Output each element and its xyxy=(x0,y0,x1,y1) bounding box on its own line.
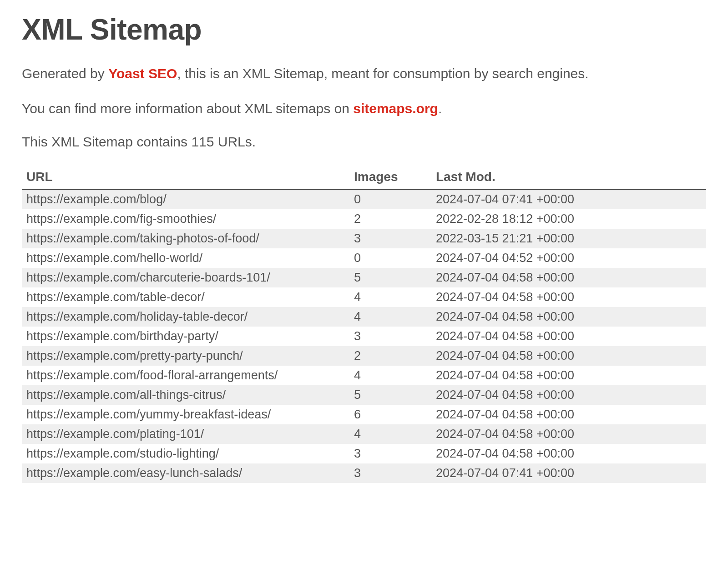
table-row: https://example.com/yummy-breakfast-idea… xyxy=(22,405,706,424)
cell-lastmod: 2024-07-04 04:58 +00:00 xyxy=(431,424,706,444)
moreinfo-prefix: You can find more information about XML … xyxy=(22,101,353,116)
cell-lastmod: 2024-07-04 04:58 +00:00 xyxy=(431,444,706,463)
table-row: https://example.com/studio-lighting/3202… xyxy=(22,444,706,463)
cell-lastmod: 2024-07-04 04:58 +00:00 xyxy=(431,327,706,346)
table-header-row: URL Images Last Mod. xyxy=(22,166,706,189)
cell-lastmod: 2024-07-04 04:52 +00:00 xyxy=(431,248,706,268)
cell-url[interactable]: https://example.com/yummy-breakfast-idea… xyxy=(22,405,349,424)
cell-images: 0 xyxy=(349,189,431,209)
cell-url[interactable]: https://example.com/charcuterie-boards-1… xyxy=(22,268,349,287)
table-row: https://example.com/easy-lunch-salads/32… xyxy=(22,463,706,483)
cell-lastmod: 2024-07-04 04:58 +00:00 xyxy=(431,366,706,385)
cell-lastmod: 2022-03-15 21:21 +00:00 xyxy=(431,229,706,248)
intro-suffix: , this is an XML Sitemap, meant for cons… xyxy=(177,66,588,81)
intro-paragraph: Generated by Yoast SEO, this is an XML S… xyxy=(22,65,706,83)
cell-url[interactable]: https://example.com/plating-101/ xyxy=(22,424,349,444)
cell-images: 3 xyxy=(349,229,431,248)
table-row: https://example.com/charcuterie-boards-1… xyxy=(22,268,706,287)
yoast-seo-link[interactable]: Yoast SEO xyxy=(108,66,177,81)
cell-images: 4 xyxy=(349,287,431,307)
table-row: https://example.com/hello-world/02024-07… xyxy=(22,248,706,268)
table-row: https://example.com/food-floral-arrangem… xyxy=(22,366,706,385)
table-row: https://example.com/birthday-party/32024… xyxy=(22,327,706,346)
table-row: https://example.com/pretty-party-punch/2… xyxy=(22,346,706,366)
cell-url[interactable]: https://example.com/birthday-party/ xyxy=(22,327,349,346)
cell-images: 2 xyxy=(349,209,431,229)
cell-url[interactable]: https://example.com/easy-lunch-salads/ xyxy=(22,463,349,483)
cell-images: 2 xyxy=(349,346,431,366)
cell-lastmod: 2024-07-04 04:58 +00:00 xyxy=(431,287,706,307)
cell-url[interactable]: https://example.com/taking-photos-of-foo… xyxy=(22,229,349,248)
cell-images: 4 xyxy=(349,366,431,385)
cell-url[interactable]: https://example.com/table-decor/ xyxy=(22,287,349,307)
cell-images: 5 xyxy=(349,268,431,287)
cell-lastmod: 2024-07-04 07:41 +00:00 xyxy=(431,189,706,209)
table-row: https://example.com/fig-smoothies/22022-… xyxy=(22,209,706,229)
cell-images: 5 xyxy=(349,385,431,405)
cell-url[interactable]: https://example.com/pretty-party-punch/ xyxy=(22,346,349,366)
cell-url[interactable]: https://example.com/blog/ xyxy=(22,189,349,209)
moreinfo-suffix: . xyxy=(438,101,442,116)
cell-url[interactable]: https://example.com/holiday-table-decor/ xyxy=(22,307,349,327)
table-row: https://example.com/taking-photos-of-foo… xyxy=(22,229,706,248)
sitemap-table: URL Images Last Mod. https://example.com… xyxy=(22,166,706,483)
cell-images: 4 xyxy=(349,424,431,444)
cell-lastmod: 2024-07-04 07:41 +00:00 xyxy=(431,463,706,483)
cell-images: 3 xyxy=(349,444,431,463)
column-header-lastmod: Last Mod. xyxy=(431,166,706,189)
cell-images: 6 xyxy=(349,405,431,424)
sitemap-page: XML Sitemap Generated by Yoast SEO, this… xyxy=(0,0,728,574)
cell-images: 3 xyxy=(349,463,431,483)
table-row: https://example.com/plating-101/42024-07… xyxy=(22,424,706,444)
table-row: https://example.com/table-decor/42024-07… xyxy=(22,287,706,307)
cell-lastmod: 2022-02-28 18:12 +00:00 xyxy=(431,209,706,229)
cell-images: 3 xyxy=(349,327,431,346)
table-row: https://example.com/blog/02024-07-04 07:… xyxy=(22,189,706,209)
cell-lastmod: 2024-07-04 04:58 +00:00 xyxy=(431,346,706,366)
column-header-url: URL xyxy=(22,166,349,189)
cell-url[interactable]: https://example.com/hello-world/ xyxy=(22,248,349,268)
sitemaps-org-link[interactable]: sitemaps.org xyxy=(353,101,438,116)
cell-images: 4 xyxy=(349,307,431,327)
cell-lastmod: 2024-07-04 04:58 +00:00 xyxy=(431,307,706,327)
cell-lastmod: 2024-07-04 04:58 +00:00 xyxy=(431,268,706,287)
cell-url[interactable]: https://example.com/fig-smoothies/ xyxy=(22,209,349,229)
table-row: https://example.com/all-things-citrus/52… xyxy=(22,385,706,405)
cell-lastmod: 2024-07-04 04:58 +00:00 xyxy=(431,385,706,405)
table-row: https://example.com/holiday-table-decor/… xyxy=(22,307,706,327)
moreinfo-paragraph: You can find more information about XML … xyxy=(22,100,706,118)
cell-url[interactable]: https://example.com/food-floral-arrangem… xyxy=(22,366,349,385)
url-count-line: This XML Sitemap contains 115 URLs. xyxy=(22,134,706,150)
cell-lastmod: 2024-07-04 04:58 +00:00 xyxy=(431,405,706,424)
column-header-images: Images xyxy=(349,166,431,189)
cell-images: 0 xyxy=(349,248,431,268)
cell-url[interactable]: https://example.com/studio-lighting/ xyxy=(22,444,349,463)
cell-url[interactable]: https://example.com/all-things-citrus/ xyxy=(22,385,349,405)
intro-prefix: Generated by xyxy=(22,66,108,81)
page-title: XML Sitemap xyxy=(22,13,706,46)
